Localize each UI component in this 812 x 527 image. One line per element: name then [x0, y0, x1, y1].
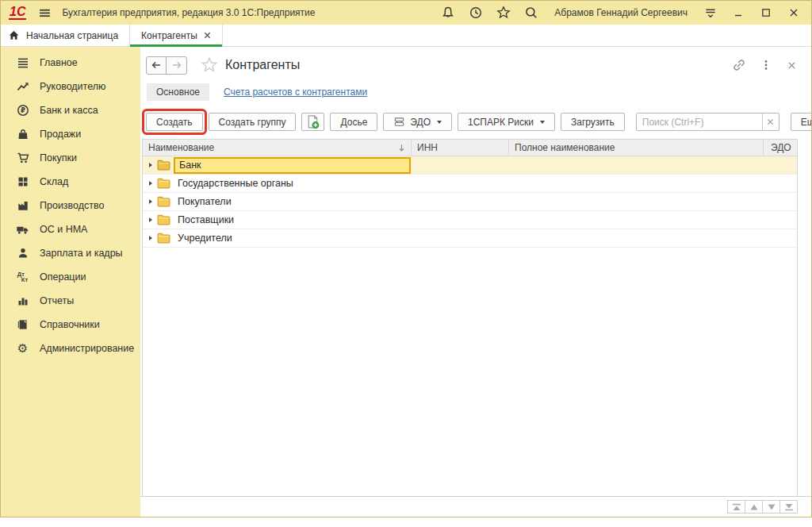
edo-documents-icon	[393, 116, 405, 128]
bag-icon	[16, 128, 29, 141]
table-row-bank[interactable]: Банк	[143, 156, 797, 175]
sidebar-item-operations[interactable]: ДтКт Операции	[1, 265, 140, 289]
sidebar-item-label: Справочники	[40, 319, 100, 330]
tab-close-icon[interactable]	[204, 32, 211, 39]
sidebar-item-manager[interactable]: Руководителю	[1, 75, 140, 98]
person-icon	[16, 247, 29, 260]
expand-triangle-icon[interactable]	[149, 163, 152, 167]
close-form-icon[interactable]	[787, 60, 797, 71]
column-header-full-name[interactable]: Полное наименование	[509, 140, 764, 156]
table-row-founders[interactable]: Учредители	[143, 229, 797, 248]
global-search-icon[interactable]	[523, 5, 539, 21]
book-icon	[16, 318, 29, 332]
back-button[interactable]	[147, 57, 167, 74]
column-header-edo[interactable]: ЭДО	[764, 140, 797, 156]
favorites-star-icon[interactable]	[496, 5, 511, 21]
svg-text:₽: ₽	[21, 106, 25, 114]
minimize-button[interactable]	[730, 5, 746, 21]
command-bar: Создать Создать группу Досье ЭДО 1СПАРК …	[146, 112, 805, 132]
application-window: 1С Бухгалтерия предприятия, редакция 3.0…	[0, 0, 812, 517]
selected-cell[interactable]: Банк	[174, 157, 411, 174]
forward-button[interactable]	[167, 57, 186, 74]
move-down-button[interactable]	[762, 500, 780, 514]
sidebar-item-label: ОС и НМА	[40, 224, 87, 235]
title-bar: 1С Бухгалтерия предприятия, редакция 3.0…	[1, 1, 811, 25]
more-menu-kebab-icon[interactable]	[760, 59, 772, 71]
trend-chart-icon	[16, 80, 29, 94]
folder-icon	[157, 196, 170, 207]
history-icon[interactable]	[468, 5, 484, 21]
sidebar-item-administration[interactable]: ⚙ Администрирование	[1, 337, 140, 360]
create-button[interactable]: Создать	[146, 113, 203, 131]
column-header-inn[interactable]: ИНН	[412, 140, 509, 156]
move-up-button[interactable]	[745, 500, 763, 514]
sidebar-item-production[interactable]: Производство	[1, 194, 140, 217]
tab-counterparties[interactable]: Контрагенты	[130, 25, 223, 46]
sidebar-item-sales[interactable]: Продажи	[1, 122, 140, 146]
sidebar-item-catalogs[interactable]: Справочники	[1, 313, 140, 337]
main-menu-icon[interactable]	[36, 5, 52, 21]
dossier-button[interactable]: Досье	[330, 113, 377, 131]
settlement-accounts-link[interactable]: Счета расчетов с контрагентами	[224, 87, 367, 98]
bar-chart-icon	[16, 294, 29, 308]
table-footer-bar	[140, 496, 811, 517]
go-to-top-button[interactable]	[727, 500, 745, 514]
new-document-plus-icon	[305, 114, 320, 129]
folder-icon	[157, 178, 170, 189]
user-name[interactable]: Абрамов Геннадий Сергеевич	[554, 7, 688, 18]
edo-dropdown-button[interactable]: ЭДО	[383, 113, 452, 131]
search-box	[636, 113, 779, 131]
search-input[interactable]	[637, 113, 762, 130]
table-row-buyers[interactable]: Покупатели	[143, 193, 797, 211]
sort-descending-icon	[397, 143, 406, 152]
sidebar-item-label: Зарплата и кадры	[40, 248, 123, 259]
notifications-bell-icon[interactable]	[440, 5, 456, 21]
expand-triangle-icon[interactable]	[149, 199, 152, 204]
1c-logo: 1С	[9, 6, 26, 20]
column-header-name[interactable]: Наименование	[143, 140, 412, 156]
sidebar-item-payroll-hr[interactable]: Зарплата и кадры	[1, 241, 140, 265]
window-title: Бухгалтерия предприятия, редакция 3.0 1С…	[62, 7, 315, 18]
sidebar-item-label: Продажи	[40, 129, 81, 140]
more-actions-button[interactable]: Еще	[791, 113, 812, 131]
table-row-state-bodies[interactable]: Государственные органы	[143, 175, 797, 193]
sidebar-item-label: Банк и касса	[40, 105, 98, 116]
tab-counterparties-label: Контрагенты	[141, 30, 197, 41]
sidebar-item-label: Администрирование	[40, 343, 134, 354]
table-empty-area	[143, 248, 797, 496]
factory-icon	[16, 199, 29, 213]
tab-home-page[interactable]: Начальная страница	[1, 25, 130, 46]
sidebar-item-reports[interactable]: Отчеты	[1, 289, 140, 313]
close-window-button[interactable]	[786, 5, 802, 21]
go-to-bottom-button[interactable]	[779, 500, 798, 514]
dt-kt-icon: ДтКт	[16, 271, 29, 284]
home-icon	[8, 29, 20, 41]
sidebar-item-bank-cash[interactable]: ₽ Банк и касса	[1, 98, 140, 122]
view-tab-main[interactable]: Основное	[147, 83, 209, 101]
counterparties-form: Контрагенты Основное Счета расчетов с ко…	[140, 47, 811, 517]
load-button[interactable]: Загрузить	[561, 113, 625, 131]
gear-icon: ⚙	[16, 342, 29, 356]
maximize-button[interactable]	[758, 5, 774, 21]
expand-triangle-icon[interactable]	[149, 181, 152, 186]
expand-triangle-icon[interactable]	[149, 236, 152, 240]
open-windows-tabbar: Начальная страница Контрагенты	[1, 25, 811, 47]
blocks-icon	[16, 175, 29, 189]
history-nav-group	[146, 56, 187, 75]
sidebar-item-fixed-assets[interactable]: ОС и НМА	[1, 217, 140, 241]
service-menu-icon[interactable]	[703, 5, 718, 21]
create-new-element-icon-button[interactable]	[301, 113, 324, 131]
add-to-favorites-star-icon[interactable]	[201, 56, 218, 74]
get-link-icon[interactable]	[733, 59, 745, 71]
sidebar-item-warehouse[interactable]: Склад	[1, 170, 140, 194]
sidebar-item-label: Главное	[40, 57, 78, 68]
expand-triangle-icon[interactable]	[149, 217, 152, 222]
table-header: Наименование ИНН Полное наименование ЭДО	[143, 140, 797, 156]
spark-risks-dropdown-button[interactable]: 1СПАРК Риски	[458, 113, 555, 131]
table-row-suppliers[interactable]: Поставщики	[143, 211, 797, 229]
search-clear-icon[interactable]	[762, 113, 779, 130]
page-title: Контрагенты	[225, 58, 300, 72]
create-group-button[interactable]: Создать группу	[209, 113, 297, 131]
sidebar-item-main[interactable]: Главное	[1, 51, 140, 75]
sidebar-item-purchases[interactable]: Покупки	[1, 146, 140, 170]
